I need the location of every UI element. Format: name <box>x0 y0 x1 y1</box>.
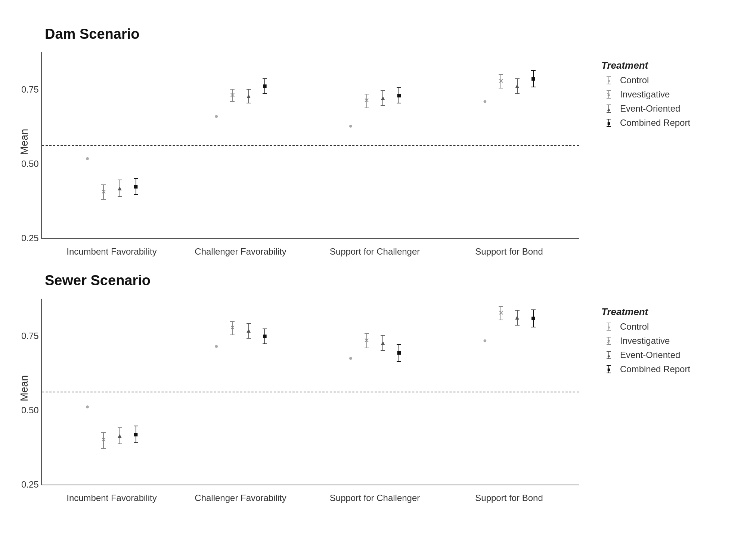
y-tick-0.50-0: 0.50 <box>21 159 39 169</box>
symbol-1-1-1: ✕ <box>229 324 236 331</box>
ci-cap-top-1-3-1 <box>499 306 503 307</box>
y-tick-0.50-1: 0.50 <box>21 405 39 416</box>
symbol-1-0-2: ▲ <box>116 432 124 439</box>
ci-cap-bottom-0-0-1 <box>101 199 106 200</box>
symbol-1-2-3: ■ <box>395 349 403 356</box>
chart-section-1: Sewer ScenarioMean0.250.500.75Incumbent … <box>7 269 740 508</box>
x-label-supportBond-0: Support for Bond <box>475 246 543 257</box>
legend-item-0-1: ● Control <box>601 321 728 332</box>
symbol-0-3-3: ■ <box>530 75 537 82</box>
ci-cap-bottom-1-3-3 <box>531 327 536 327</box>
legend-label-1-1: Investigative <box>620 336 670 346</box>
ci-cap-top-0-1-1 <box>230 89 235 90</box>
symbol-1-2-1: ✕ <box>363 337 371 344</box>
legend-symbol-3-1: ■ <box>601 365 616 374</box>
legend-label-1-0: Investigative <box>620 89 670 100</box>
ci-cap-top-0-0-3 <box>134 178 138 179</box>
ci-cap-bottom-0-3-3 <box>531 87 536 87</box>
ci-cap-top-1-1-1 <box>230 321 235 322</box>
symbol-1-0-3: ■ <box>132 430 140 438</box>
symbol-0-2-0: ● <box>347 122 354 129</box>
charts-container: Dam ScenarioMean0.250.500.75Incumbent Fa… <box>0 11 747 515</box>
ci-cap-top-1-1-2 <box>247 323 251 324</box>
legend-item-3-0: ■ Combined Report <box>601 118 728 128</box>
svg-text:▲: ▲ <box>606 106 611 112</box>
ci-cap-bottom-0-1-1 <box>230 101 235 102</box>
plot-area-1: 0.250.500.75Incumbent Favorability●✕▲■Ch… <box>41 299 579 485</box>
ci-cap-bottom-0-2-1 <box>365 108 369 108</box>
legend-1: Treatment ● Control ✕ Investigative ▲ Ev… <box>601 306 728 378</box>
symbol-0-1-3: ■ <box>261 82 269 90</box>
legend-item-1-0: ✕ Investigative <box>601 89 728 100</box>
ci-cap-bottom-0-3-2 <box>515 93 520 94</box>
ci-cap-bottom-1-0-1 <box>101 448 106 449</box>
legend-label-0-0: Control <box>620 75 649 85</box>
ci-cap-top-0-0-1 <box>101 184 106 185</box>
ci-cap-bottom-1-1-1 <box>230 335 235 335</box>
legend-0: Treatment ● Control ✕ Investigative ▲ Ev… <box>601 60 728 132</box>
svg-text:▲: ▲ <box>606 352 611 358</box>
ci-cap-bottom-1-3-1 <box>499 320 503 320</box>
y-tick-0.75-1: 0.75 <box>21 331 39 341</box>
ci-cap-top-1-2-2 <box>381 335 385 336</box>
svg-text:●: ● <box>607 324 610 330</box>
legend-item-2-0: ▲ Event-Oriented <box>601 103 728 114</box>
x-label-incumbentFavorability-0: Incumbent Favorability <box>66 246 156 257</box>
symbol-1-3-2: ▲ <box>514 314 521 321</box>
ci-cap-top-1-3-3 <box>531 309 536 310</box>
legend-title-1: Treatment <box>601 306 728 318</box>
legend-symbol-2-1: ▲ <box>601 351 616 360</box>
symbol-0-1-1: ✕ <box>229 92 236 99</box>
legend-label-2-1: Event-Oriented <box>620 350 680 360</box>
svg-text:■: ■ <box>607 367 610 373</box>
y-tick-0.25-0: 0.25 <box>21 233 39 243</box>
x-label-incumbentFavorability-1: Incumbent Favorability <box>66 493 156 503</box>
ci-cap-top-0-3-3 <box>531 70 536 71</box>
symbol-0-1-0: ● <box>213 113 220 119</box>
x-label-supportBond-1: Support for Bond <box>475 493 543 503</box>
legend-label-3-1: Combined Report <box>620 364 690 374</box>
ci-cap-top-0-2-1 <box>365 94 369 94</box>
symbol-1-3-1: ✕ <box>497 309 505 316</box>
legend-item-1-1: ✕ Investigative <box>601 336 728 346</box>
y-axis-label-0: Mean <box>18 129 30 155</box>
symbol-0-0-3: ■ <box>132 183 140 190</box>
legend-symbol-2-0: ▲ <box>601 104 616 113</box>
symbol-0-1-2: ▲ <box>245 93 252 99</box>
ci-cap-top-1-0-2 <box>118 427 122 428</box>
legend-label-2-0: Event-Oriented <box>620 103 680 114</box>
ci-cap-bottom-1-1-3 <box>263 343 267 344</box>
svg-text:■: ■ <box>607 120 610 126</box>
ci-cap-bottom-1-0-2 <box>118 444 122 444</box>
y-tick-0.75-0: 0.75 <box>21 84 39 95</box>
chart-wrapper-1: Sewer ScenarioMean0.250.500.75Incumbent … <box>7 269 598 508</box>
symbol-1-3-0: ● <box>481 337 489 344</box>
ci-cap-bottom-1-0-3 <box>134 442 138 443</box>
ci-cap-top-1-0-3 <box>134 426 138 426</box>
legend-symbol-0-0: ● <box>601 76 616 85</box>
symbol-1-1-3: ■ <box>261 332 269 340</box>
plot-area-0: 0.250.500.75Incumbent Favorability●✕▲■Ch… <box>41 52 579 239</box>
svg-text:●: ● <box>607 78 610 84</box>
ci-cap-top-1-2-1 <box>365 333 369 334</box>
ci-cap-top-1-2-3 <box>397 344 401 345</box>
x-label-challengerFavorability-1: Challenger Favorability <box>195 493 286 503</box>
svg-text:✕: ✕ <box>607 338 611 344</box>
dashed-line-0 <box>42 145 579 146</box>
ci-cap-top-1-0-1 <box>101 432 106 433</box>
y-axis-label-1: Mean <box>18 375 30 401</box>
chart-wrapper-0: Dam ScenarioMean0.250.500.75Incumbent Fa… <box>7 22 598 261</box>
dashed-line-1 <box>42 392 579 392</box>
y-tick-0.25-1: 0.25 <box>21 479 39 490</box>
legend-symbol-3-0: ■ <box>601 118 616 127</box>
symbol-1-0-0: ● <box>84 403 91 410</box>
ci-cap-bottom-0-3-1 <box>499 88 503 88</box>
ci-cap-top-0-2-3 <box>397 87 401 88</box>
ci-cap-top-0-1-3 <box>263 78 267 79</box>
ci-cap-bottom-0-0-2 <box>118 196 122 197</box>
symbol-0-2-2: ▲ <box>379 94 387 101</box>
ci-cap-bottom-0-1-3 <box>263 93 267 94</box>
chart-title-1: Sewer Scenario <box>7 269 598 289</box>
symbol-0-0-0: ● <box>84 155 91 162</box>
symbol-1-1-0: ● <box>213 343 220 349</box>
